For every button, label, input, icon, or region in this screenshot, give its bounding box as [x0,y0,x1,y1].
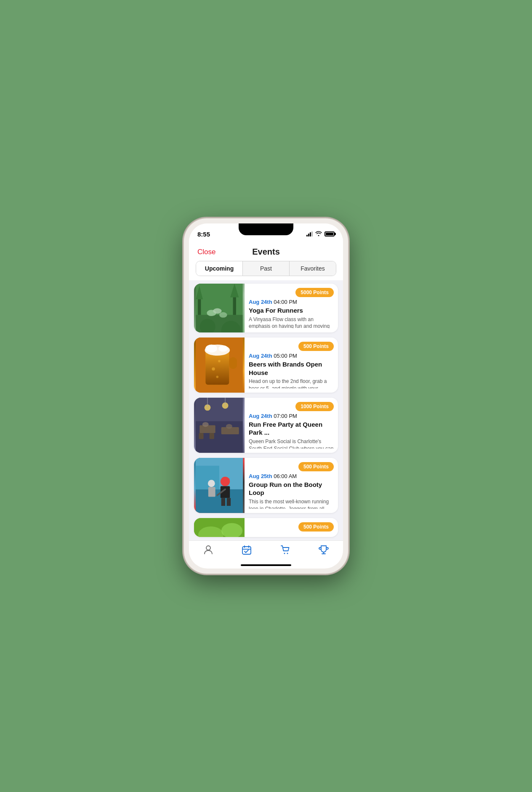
event-title: Run Free Party at Queen Park ... [249,420,334,437]
event-image [194,518,245,537]
svg-point-47 [206,546,210,550]
signal-icon [306,231,313,237]
event-time: 06:00 AM [274,473,297,479]
person-icon [202,544,214,556]
points-badge: 1000 Points [295,402,334,411]
home-indicator [241,564,291,566]
svg-rect-14 [229,357,237,369]
event-datetime: Aug 25th 06:00 AM [249,473,334,479]
close-button[interactable]: Close [197,248,215,256]
event-card[interactable]: 5000 Points Aug 24th 04:00 PM Yoga For R… [194,284,338,332]
svg-rect-48 [242,547,251,554]
battery-icon [325,231,335,237]
event-image [194,284,245,332]
event-card[interactable]: 500 Points [194,518,338,537]
event-title: Yoga For Runners [249,306,334,315]
svg-rect-35 [196,465,219,489]
event-description: This is the most well-known running loop… [249,498,334,509]
event-datetime: Aug 24th 05:00 PM [249,353,334,359]
event-content: 5000 Points Aug 24th 04:00 PM Yoga For R… [245,284,338,332]
event-description: Head on up to the 2nd floor, grab a beer… [249,378,334,388]
event-datetime: Aug 24th 07:00 PM [249,413,334,419]
svg-rect-23 [200,425,215,433]
event-time: 05:00 PM [274,353,297,359]
svg-rect-39 [227,498,231,506]
event-card[interactable]: 500 Points Aug 25th 06:00 AM Group Run o… [194,458,338,513]
event-title: Beers with Brands Open House [249,360,334,377]
event-card[interactable]: 1000 Points Aug 24th 07:00 PM Run Free P… [194,398,338,453]
svg-point-50 [287,553,288,554]
nav-item-rewards[interactable] [305,544,343,556]
svg-point-32 [226,424,232,429]
svg-point-31 [202,422,209,427]
svg-point-49 [284,553,285,554]
points-badge: 500 Points [298,342,334,351]
tabs-container: Upcoming Past Favorites [196,261,336,276]
svg-point-20 [216,376,219,378]
event-content: 500 Points Aug 25th 06:00 AM Group Run o… [245,458,338,513]
status-bar: 8:55 [189,223,343,245]
event-content: 500 Points Aug 24th 05:00 PM Beers with … [245,338,338,393]
svg-point-6 [213,308,221,314]
nav-item-events[interactable] [228,544,266,556]
calendar-icon [241,544,253,556]
svg-point-36 [221,477,230,486]
event-description: A Vinyasa Flow class with an emphasis on… [249,316,334,329]
nav-item-home[interactable] [189,544,228,556]
status-time: 8:55 [197,231,210,238]
event-title: Group Run on the Booty Loop [249,481,334,497]
svg-rect-3 [196,315,242,332]
svg-point-17 [218,346,228,352]
svg-point-19 [218,360,221,362]
phone-screen: 8:55 [189,223,343,569]
event-image [194,458,245,513]
event-date: Aug 24th [249,353,272,359]
points-badge: 500 Points [298,522,334,532]
svg-rect-40 [222,478,229,481]
tab-bar: Upcoming Past Favorites [189,261,343,280]
svg-point-42 [208,480,215,487]
svg-point-5 [219,312,227,318]
event-time: 07:00 PM [274,413,297,419]
svg-rect-25 [199,433,203,439]
event-datetime: Aug 24th 04:00 PM [249,299,334,305]
wifi-icon [315,231,322,237]
app-header: Close Events [189,245,343,261]
status-icons [306,231,335,237]
trophy-icon [318,544,330,556]
nav-item-shop[interactable] [266,544,305,556]
cart-icon [279,544,291,556]
event-content: 1000 Points Aug 24th 07:00 PM Run Free P… [245,398,338,453]
event-image [194,398,245,453]
svg-rect-26 [210,433,214,439]
svg-point-16 [205,345,217,353]
points-badge: 500 Points [298,462,334,471]
bottom-nav [189,540,343,564]
tab-favorites[interactable]: Favorites [290,261,336,276]
event-date: Aug 24th [249,299,272,305]
page-title: Events [252,247,280,257]
event-description: Queen Park Social is Charlotte's South E… [249,438,334,449]
events-list: 5000 Points Aug 24th 04:00 PM Yoga For R… [189,280,343,540]
tab-upcoming[interactable]: Upcoming [196,261,243,276]
event-date: Aug 24th [249,413,272,419]
tab-past[interactable]: Past [243,261,290,276]
svg-rect-38 [221,498,225,506]
event-date: Aug 25th [249,473,272,479]
event-card[interactable]: 500 Points Aug 24th 05:00 PM Beers with … [194,338,338,393]
notch [239,223,293,235]
event-time: 04:00 PM [274,299,297,305]
svg-rect-43 [208,487,215,497]
points-badge: 5000 Points [295,288,334,297]
svg-point-18 [212,367,215,370]
event-content: 500 Points [245,518,338,537]
phone-frame: 8:55 [184,218,348,574]
event-image [194,338,245,393]
